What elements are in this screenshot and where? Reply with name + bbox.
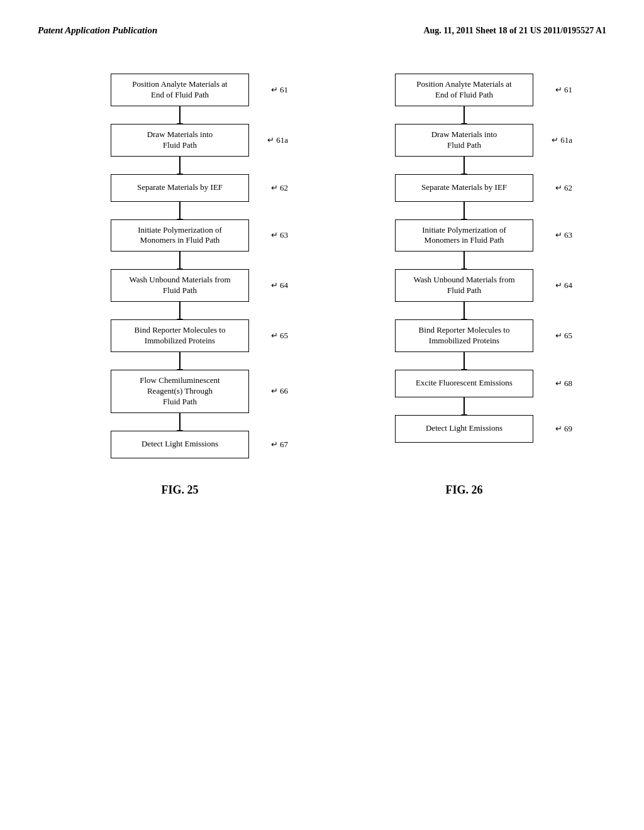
- step-wrapper-step-62-right: Separate Materials by IEF↵ 62: [395, 174, 533, 202]
- step-63-right: Initiate Polymerization of Monomers in F…: [395, 219, 533, 252]
- step-label-step-67-left: ↵ 67: [271, 440, 288, 450]
- step-61-left: Position Analyte Materials at End of Flu…: [111, 74, 249, 106]
- step-wrapper-step-65-right: Bind Reporter Molecules to Immobilized P…: [395, 319, 533, 352]
- fig26-label: FIG. 26: [364, 484, 565, 497]
- step-wrapper-step-67-left: Detect Light Emissions↵ 67: [111, 431, 249, 458]
- arrow-6: [464, 397, 465, 415]
- arrow-6: [179, 413, 180, 431]
- arrow-5: [464, 352, 465, 370]
- arrow-4: [179, 302, 180, 319]
- step-62-right: Separate Materials by IEF: [395, 174, 533, 202]
- step-wrapper-step-63-left: Initiate Polymerization of Monomers in F…: [111, 219, 249, 252]
- step-wrapper-step-61a-right: Draw Materials into Fluid Path↵ 61a: [395, 124, 533, 157]
- step-62-left: Separate Materials by IEF: [111, 174, 249, 202]
- arrow-3: [464, 252, 465, 269]
- step-label-step-68-right: ↵ 68: [555, 379, 572, 389]
- step-label-step-61-left: ↵ 61: [271, 85, 288, 95]
- arrow-5: [179, 352, 180, 370]
- step-wrapper-step-68-right: Excite Fluorescent Emissions↵ 68: [395, 370, 533, 397]
- step-66-left: Flow Chemiluminescent Reagent(s) Through…: [111, 370, 249, 413]
- figure-labels: FIG. 25 FIG. 26: [38, 484, 606, 497]
- header: Patent Application Publication Aug. 11, …: [38, 25, 606, 36]
- step-65-right: Bind Reporter Molecules to Immobilized P…: [395, 319, 533, 352]
- step-wrapper-step-69-right: Detect Light Emissions↵ 69: [395, 415, 533, 443]
- fig25-label: FIG. 25: [79, 484, 280, 497]
- arrow-1: [464, 157, 465, 174]
- step-wrapper-step-61a-left: Draw Materials into Fluid Path↵ 61a: [111, 124, 249, 157]
- step-61a-left: Draw Materials into Fluid Path: [111, 124, 249, 157]
- step-wrapper-step-62-left: Separate Materials by IEF↵ 62: [111, 174, 249, 202]
- page: Patent Application Publication Aug. 11, …: [0, 0, 644, 830]
- step-label-step-62-right: ↵ 62: [555, 183, 572, 193]
- step-label-step-69-right: ↵ 69: [555, 424, 572, 434]
- step-61-right: Position Analyte Materials at End of Flu…: [395, 74, 533, 106]
- arrow-4: [464, 302, 465, 319]
- arrow-2: [179, 202, 180, 219]
- header-left: Patent Application Publication: [38, 25, 157, 36]
- step-wrapper-step-63-right: Initiate Polymerization of Monomers in F…: [395, 219, 533, 252]
- step-label-step-66-left: ↵ 66: [271, 386, 288, 396]
- step-label-step-63-left: ↵ 63: [271, 230, 288, 240]
- arrow-3: [179, 252, 180, 269]
- step-wrapper-step-65-left: Bind Reporter Molecules to Immobilized P…: [111, 319, 249, 352]
- step-68-right: Excite Fluorescent Emissions: [395, 370, 533, 397]
- step-wrapper-step-64-left: Wash Unbound Materials from Fluid Path↵ …: [111, 269, 249, 302]
- step-label-step-65-left: ↵ 65: [271, 331, 288, 341]
- step-label-step-61a-right: ↵ 61a: [552, 135, 572, 145]
- step-64-left: Wash Unbound Materials from Fluid Path: [111, 269, 249, 302]
- flowchart-fig26: Position Analyte Materials at End of Flu…: [364, 74, 565, 443]
- step-69-right: Detect Light Emissions: [395, 415, 533, 443]
- step-wrapper-step-64-right: Wash Unbound Materials from Fluid Path↵ …: [395, 269, 533, 302]
- step-wrapper-step-61-right: Position Analyte Materials at End of Flu…: [395, 74, 533, 106]
- step-65-left: Bind Reporter Molecules to Immobilized P…: [111, 319, 249, 352]
- step-label-step-65-right: ↵ 65: [555, 331, 572, 341]
- step-label-step-61-right: ↵ 61: [555, 85, 572, 95]
- arrow-0: [179, 106, 180, 124]
- diagrams-container: Position Analyte Materials at End of Flu…: [38, 74, 606, 458]
- arrow-0: [464, 106, 465, 124]
- flowchart-fig25: Position Analyte Materials at End of Flu…: [79, 74, 280, 458]
- step-wrapper-step-61-left: Position Analyte Materials at End of Flu…: [111, 74, 249, 106]
- step-label-step-64-left: ↵ 64: [271, 280, 288, 290]
- step-67-left: Detect Light Emissions: [111, 431, 249, 458]
- step-label-step-64-right: ↵ 64: [555, 280, 572, 290]
- header-right: Aug. 11, 2011 Sheet 18 of 21 US 2011/019…: [423, 26, 606, 36]
- step-63-left: Initiate Polymerization of Monomers in F…: [111, 219, 249, 252]
- step-64-right: Wash Unbound Materials from Fluid Path: [395, 269, 533, 302]
- step-label-step-62-left: ↵ 62: [271, 183, 288, 193]
- step-label-step-63-right: ↵ 63: [555, 230, 572, 240]
- step-label-step-61a-left: ↵ 61a: [267, 135, 288, 145]
- arrow-2: [464, 202, 465, 219]
- step-61a-right: Draw Materials into Fluid Path: [395, 124, 533, 157]
- arrow-1: [179, 157, 180, 174]
- step-wrapper-step-66-left: Flow Chemiluminescent Reagent(s) Through…: [111, 370, 249, 413]
